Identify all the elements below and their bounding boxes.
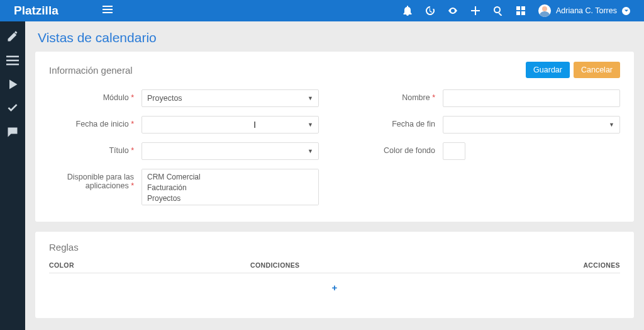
user-name: Adriana C. Torres [556,6,617,15]
panel-general-info: Información general Guardar Cancelar Mód… [35,52,634,222]
chat-icon[interactable] [6,126,19,139]
select-titulo[interactable]: ▼ [142,142,319,160]
add-rule-button[interactable]: + [49,273,620,302]
chevron-down-icon: ▼ [308,148,313,154]
rules-table-header: COLOR CONDICIONES ACCIONES [49,261,620,273]
menu-toggle[interactable] [101,4,114,18]
svg-rect-2 [103,12,113,13]
panel-title: Información general [49,65,522,76]
label-modulo: Módulo * [49,89,134,102]
chevron-down-icon: ▼ [609,122,614,128]
svg-rect-10 [521,11,525,15]
history-icon[interactable] [425,6,435,16]
svg-rect-0 [103,6,113,7]
select-modulo[interactable]: Proyectos ▼ [142,89,319,107]
label-titulo: Título * [49,142,134,155]
select-fecha-fin[interactable]: ▼ [443,116,620,134]
col-condiciones: CONDICIONES [250,261,557,269]
user-menu[interactable]: Adriana C. Torres [538,4,636,17]
chevron-down-icon [622,7,630,15]
svg-rect-7 [516,6,520,10]
svg-rect-4 [471,10,480,11]
eye-icon[interactable] [448,6,458,16]
chevron-down-icon: ▼ [308,122,313,128]
input-nombre[interactable] [443,89,620,107]
avatar [538,4,551,17]
svg-rect-11 [6,56,19,58]
select-fecha-inicio[interactable]: ▼ [142,116,319,134]
col-acciones: ACCIONES [557,261,620,269]
label-fecha-fin: Fecha de fin [350,116,435,128]
grid-icon[interactable] [516,6,526,16]
save-button[interactable]: Guardar [526,62,570,78]
play-icon[interactable] [6,78,19,91]
list-item[interactable]: Facturación [147,183,313,193]
bell-icon[interactable] [402,6,413,16]
label-color-fondo: Color de fondo [350,142,435,155]
label-fecha-inicio: Fecha de inicio * [49,116,134,128]
list-item[interactable]: CRM Comercial [147,172,313,183]
list-icon[interactable] [6,54,19,67]
input-color-fondo[interactable] [443,142,465,160]
search-icon[interactable] [493,6,503,16]
rules-title: Reglas [49,242,620,253]
svg-rect-13 [6,64,19,65]
sidebar [0,21,25,330]
chevron-down-icon: ▼ [308,95,313,101]
label-disponible-aplicaciones: Disponible para las aplicaciones * [49,169,134,190]
check-icon[interactable] [6,102,19,115]
svg-rect-9 [516,11,520,15]
main-content: Vistas de calendario Información general… [25,21,644,330]
col-color: COLOR [49,261,250,269]
list-item[interactable]: Proyectos [147,193,313,204]
label-nombre: Nombre * [350,89,435,102]
panel-rules: Reglas COLOR CONDICIONES ACCIONES + [35,232,634,318]
edit-icon[interactable] [6,30,19,43]
cancel-button[interactable]: Cancelar [574,62,620,78]
plus-icon[interactable] [470,6,480,16]
svg-point-5 [494,7,500,13]
svg-rect-1 [103,9,113,10]
svg-rect-12 [6,60,19,62]
listbox-aplicaciones[interactable]: CRM Comercial Facturación Proyectos [142,169,319,205]
svg-rect-8 [521,6,525,10]
brand-logo: Platzilla [0,4,101,18]
topbar: Platzilla Adriana C. Torres [0,0,644,21]
page-title: Vistas de calendario [35,28,634,52]
svg-rect-6 [499,13,502,16]
